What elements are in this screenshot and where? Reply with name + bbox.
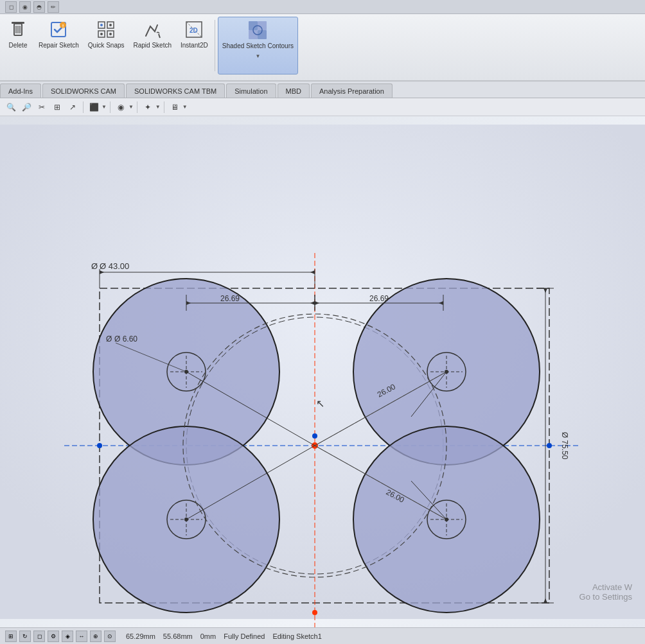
repair-sketch-icon: ! [48,19,69,40]
tab-analysis-preparation[interactable]: Analysis Preparation [311,83,393,98]
cursor-icon-btn[interactable]: ↗ [66,100,80,114]
shaded-sketch-contours-label: Shaded Sketch Contours [222,42,294,50]
svg-point-13 [109,24,112,26]
view-group-4: 🖥 ▼ [168,100,188,114]
circle-dropdown-arrow[interactable]: ▼ [128,104,134,110]
titlebar: ◻ ◉ ◓ ✏ [0,0,645,14]
watermark: Activate W Go to Settings [579,582,632,602]
statusbar-icons: ⊞ ↻ ◻ ⚙ ◈ ↔ ⊕ ⊙ [5,631,116,642]
instant2d-button[interactable]: 2D Instant2D [177,17,212,74]
toolbar-separator [215,20,215,71]
svg-point-15 [109,33,112,35]
instant2d-icon: 2D [184,19,204,40]
statusbar: ⊞ ↻ ◻ ⚙ ◈ ↔ ⊕ ⊙ 65.29mm 55.68mm 0mm Full… [0,627,645,644]
repair-sketch-label: Repair Sketch [39,42,79,49]
svg-text:Ø: Ø [91,261,98,271]
svg-text:!: ! [62,23,64,29]
toolbar: Delete ! Repair Sketch [0,14,645,82]
icon-sep-3 [137,101,137,113]
tab-add-ins[interactable]: Add-Ins [0,83,41,98]
monitor-icon-btn[interactable]: 🖥 [168,100,182,114]
status-coords-y: 55.68mm [163,632,193,640]
svg-text:Ø: Ø [106,335,112,344]
star-icon-btn[interactable]: ✦ [141,100,155,114]
cube-icon-btn[interactable]: ⬛ [87,100,101,114]
status-icon-1[interactable]: ⊞ [5,631,17,642]
dropdown-arrow-shaded: ▼ [255,53,260,59]
instant2d-label: Instant2D [181,42,208,49]
status-coords-z: 0mm [200,632,216,640]
watermark-line1: Activate W [579,582,632,592]
dim-2669-left-label: 26.69 [220,294,240,303]
dim-2669-right-label: 26.69 [369,294,389,303]
quick-snaps-label: Quick Snaps [88,42,125,49]
status-icon-2[interactable]: ↻ [19,631,31,642]
delete-button[interactable]: Delete [3,17,33,74]
quick-snaps-button[interactable]: Quick Snaps [84,17,128,74]
tab-mbd[interactable]: MBD [278,83,310,98]
quick-snaps-icon [96,19,116,40]
tabbar: Add-Ins SOLIDWORKS CAM SOLIDWORKS CAM TB… [0,82,645,98]
star-dropdown-arrow[interactable]: ▼ [155,104,161,110]
sketch-svg: Ø Ø 43.00 Ø Ø 6.60 26.69 26.69 Ø 75.50 2… [0,116,645,627]
svg-point-32 [97,443,102,448]
canvas-area[interactable]: Ø Ø 43.00 Ø Ø 6.60 26.69 26.69 Ø 75.50 2… [0,116,645,627]
svg-point-12 [100,24,103,26]
tab-solidworks-cam-tbm[interactable]: SOLIDWORKS CAM TBM [126,83,225,98]
rapid-sketch-button[interactable]: Rapid Sketch [130,17,175,74]
cube-dropdown-arrow[interactable]: ▼ [102,104,107,110]
circle-icon-btn[interactable]: ◉ [114,100,128,114]
status-coords-x: 65.29mm [126,632,155,640]
dim-43-label: Ø 43.00 [100,261,129,271]
view-group-3: ✦ ▼ [141,100,161,114]
svg-text:2D: 2D [190,27,198,34]
svg-point-14 [100,33,103,35]
view-group-1: ⬛ ▼ [87,100,107,114]
delete-icon [8,19,28,40]
icon-sep-2 [110,101,110,113]
svg-point-34 [312,433,317,439]
status-icon-7[interactable]: ⊕ [90,631,102,642]
shaded-sketch-contours-icon [247,20,268,40]
svg-point-35 [312,610,317,615]
status-icon-6[interactable]: ↔ [76,631,87,642]
icon-sep-1 [83,101,84,113]
status-icon-5[interactable]: ◈ [62,631,73,642]
rapid-sketch-icon [142,19,163,40]
rapid-sketch-label: Rapid Sketch [134,42,172,49]
filter-icon-btn[interactable]: ✂ [35,100,49,114]
shaded-sketch-contours-button[interactable]: Shaded Sketch Contours ▼ [218,17,298,74]
svg-text:↖: ↖ [316,398,324,409]
status-defined: Fully Defined [224,632,265,640]
status-icon-3[interactable]: ◻ [33,631,45,642]
svg-line-16 [159,34,160,38]
titlebar-icons: ◻ ◉ ◓ ✏ [5,1,59,13]
titlebar-icon-2[interactable]: ◉ [19,1,31,13]
status-editing: Editing Sketch1 [272,632,321,640]
repair-sketch-button[interactable]: ! Repair Sketch [35,17,83,74]
titlebar-icon-4[interactable]: ✏ [48,1,59,13]
icon-toolbar: 🔍 🔎 ✂ ⊞ ↗ ⬛ ▼ ◉ ▼ ✦ ▼ 🖥 ▼ [0,98,645,116]
tab-solidworks-cam[interactable]: SOLIDWORKS CAM [42,83,125,98]
dim-660-label: Ø 6.60 [114,335,137,344]
tab-simulation[interactable]: Simulation [226,83,276,98]
svg-point-33 [547,443,552,448]
status-icon-4[interactable]: ⚙ [48,631,59,642]
delete-label: Delete [9,42,28,49]
view-group-2: ◉ ▼ [114,100,134,114]
search2-icon-btn[interactable]: 🔎 [19,100,33,114]
dim-7550-label: Ø 75.50 [560,432,569,460]
layout-icon-btn[interactable]: ⊞ [50,100,64,114]
status-icon-8[interactable]: ⊙ [104,631,116,642]
titlebar-icon-3[interactable]: ◓ [33,1,45,13]
search-icon-btn[interactable]: 🔍 [4,100,18,114]
titlebar-icon-1[interactable]: ◻ [5,1,17,13]
icon-sep-4 [164,101,164,113]
watermark-line2: Go to Settings [579,592,632,602]
monitor-dropdown-arrow[interactable]: ▼ [182,104,188,110]
